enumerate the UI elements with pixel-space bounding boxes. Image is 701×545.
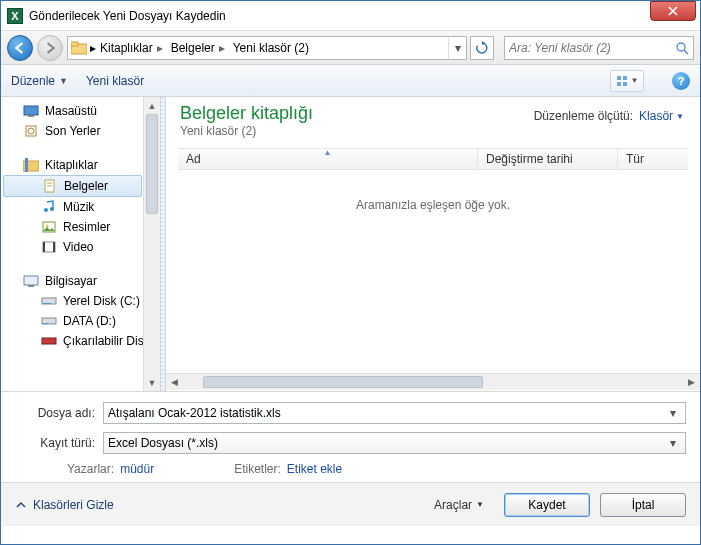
video-icon	[41, 239, 57, 255]
chevron-down-icon[interactable]: ▾	[665, 406, 681, 420]
back-button[interactable]	[7, 35, 33, 61]
chevron-up-icon	[15, 499, 27, 511]
svg-rect-7	[623, 82, 627, 86]
metadata-row: Yazarlar: müdür Etiketler: Etiket ekle	[15, 462, 686, 476]
help-button[interactable]: ?	[672, 72, 690, 90]
arrow-right-icon	[44, 42, 56, 54]
column-date[interactable]: Değiştirme tarihi	[478, 149, 618, 169]
scroll-thumb[interactable]	[203, 376, 483, 388]
breadcrumb-label: Kitaplıklar	[100, 41, 153, 55]
chevron-down-icon: ▼	[476, 500, 484, 509]
svg-rect-6	[617, 82, 621, 86]
chevron-down-icon: ▼	[676, 112, 684, 121]
filetype-field[interactable]: Excel Dosyası (*.xls)▾	[103, 432, 686, 454]
chevron-down-icon[interactable]: ▾	[665, 436, 681, 450]
breadcrumb-bar[interactable]: ▸ Kitaplıklar▸ Belgeler▸ Yeni klasör (2)…	[67, 36, 467, 60]
tree-item-libraries[interactable]: Kitaplıklar	[1, 155, 160, 175]
breadcrumb-folder[interactable]: Yeni klasör (2)	[229, 37, 313, 59]
tree-item-removable[interactable]: Çıkarılabilir Disk (	[1, 331, 160, 351]
tree-scrollbar[interactable]: ▲ ▼	[143, 97, 160, 391]
chevron-down-icon: ▼	[59, 76, 68, 86]
recent-icon	[23, 123, 39, 139]
svg-rect-24	[24, 276, 38, 285]
scroll-right-icon[interactable]: ▶	[683, 374, 700, 390]
arrange-label: Düzenleme ölçütü:	[534, 109, 633, 123]
breadcrumb-documents[interactable]: Belgeler▸	[167, 37, 229, 59]
sort-asc-icon: ▲	[324, 148, 332, 157]
column-headers: Ad▲ Değiştirme tarihi Tür	[178, 148, 688, 170]
desktop-icon	[23, 103, 39, 119]
breadcrumb-label: Yeni klasör (2)	[233, 41, 309, 55]
refresh-icon	[475, 41, 489, 55]
main-pane: Belgeler kitaplığı Yeni klasör (2) Düzen…	[166, 97, 700, 391]
svg-point-18	[50, 207, 54, 211]
authors-pair: Yazarlar: müdür	[67, 462, 154, 476]
arrange-value[interactable]: Klasör▼	[639, 109, 684, 123]
nav-tree[interactable]: Masaüstü Son Yerler Kitaplıklar Belgeler…	[1, 97, 160, 391]
tree-item-music[interactable]: Müzik	[1, 197, 160, 217]
new-folder-button[interactable]: Yeni klasör	[86, 74, 144, 88]
search-input[interactable]	[509, 41, 675, 55]
forward-button[interactable]	[37, 35, 63, 61]
drive-icon	[41, 293, 57, 309]
breadcrumb-label: Belgeler	[171, 41, 215, 55]
svg-rect-29	[43, 323, 48, 324]
column-type[interactable]: Tür	[618, 149, 688, 169]
filetype-label: Kayıt türü:	[15, 436, 103, 450]
tree-item-recent[interactable]: Son Yerler	[1, 121, 160, 141]
svg-line-3	[684, 50, 688, 54]
svg-rect-1	[71, 42, 78, 46]
tree-item-video[interactable]: Video	[1, 237, 160, 257]
scroll-left-icon[interactable]: ◀	[166, 374, 183, 390]
chevron-right-icon: ▸	[219, 41, 225, 55]
tags-value[interactable]: Etiket ekle	[287, 462, 342, 476]
command-bar: Düzenle▼ Yeni klasör ▼ ?	[1, 65, 700, 97]
view-menu[interactable]: ▼	[610, 70, 644, 92]
empty-message: Aramanızla eşleşen öğe yok.	[166, 170, 700, 373]
window-title: Gönderilecek Yeni Dosyayı Kaydedin	[29, 9, 650, 23]
pictures-icon	[41, 219, 57, 235]
svg-rect-9	[28, 115, 34, 117]
tree-item-desktop[interactable]: Masaüstü	[1, 101, 160, 121]
music-icon	[41, 199, 57, 215]
removable-icon	[41, 333, 57, 349]
tree-item-data-d[interactable]: DATA (D:)	[1, 311, 160, 331]
filename-input[interactable]	[108, 406, 665, 420]
breadcrumb-libraries[interactable]: Kitaplıklar▸	[96, 37, 167, 59]
filename-field[interactable]: ▾	[103, 402, 686, 424]
authors-value[interactable]: müdür	[120, 462, 154, 476]
chevron-right-icon: ▸	[157, 41, 163, 55]
svg-rect-13	[25, 158, 28, 172]
save-form: Dosya adı: ▾ Kayıt türü: Excel Dosyası (…	[1, 391, 700, 482]
column-name[interactable]: Ad▲	[178, 149, 478, 169]
tags-label: Etiketler:	[234, 462, 281, 476]
view-icon	[616, 75, 628, 87]
save-button[interactable]: Kaydet	[504, 493, 590, 517]
close-button[interactable]	[650, 1, 696, 21]
search-box[interactable]	[504, 36, 694, 60]
tree-item-pictures[interactable]: Resimler	[1, 217, 160, 237]
tree-item-documents[interactable]: Belgeler	[3, 175, 142, 197]
search-icon	[675, 41, 689, 55]
breadcrumb-dropdown[interactable]: ▾	[448, 37, 466, 59]
svg-rect-5	[623, 76, 627, 80]
h-scrollbar[interactable]: ◀ ▶	[166, 373, 700, 390]
svg-rect-4	[617, 76, 621, 80]
scroll-track[interactable]	[183, 374, 683, 390]
computer-icon	[23, 273, 39, 289]
tree-item-computer[interactable]: Bilgisayar	[1, 271, 160, 291]
cancel-button[interactable]: İptal	[600, 493, 686, 517]
tools-menu[interactable]: Araçlar▼	[434, 498, 484, 512]
refresh-button[interactable]	[470, 36, 494, 60]
hide-folders-button[interactable]: Klasörleri Gizle	[15, 498, 114, 512]
organize-menu[interactable]: Düzenle▼	[11, 74, 68, 88]
filetype-value: Excel Dosyası (*.xls)	[108, 436, 665, 450]
nav-bar: ▸ Kitaplıklar▸ Belgeler▸ Yeni klasör (2)…	[1, 31, 700, 65]
content-area: Masaüstü Son Yerler Kitaplıklar Belgeler…	[1, 97, 700, 391]
documents-icon	[42, 178, 58, 194]
scroll-down-icon[interactable]: ▼	[144, 374, 160, 391]
scroll-up-icon[interactable]: ▲	[144, 97, 160, 114]
scroll-thumb[interactable]	[146, 114, 158, 214]
tree-item-local-c[interactable]: Yerel Disk (C:)	[1, 291, 160, 311]
svg-point-2	[677, 43, 685, 51]
